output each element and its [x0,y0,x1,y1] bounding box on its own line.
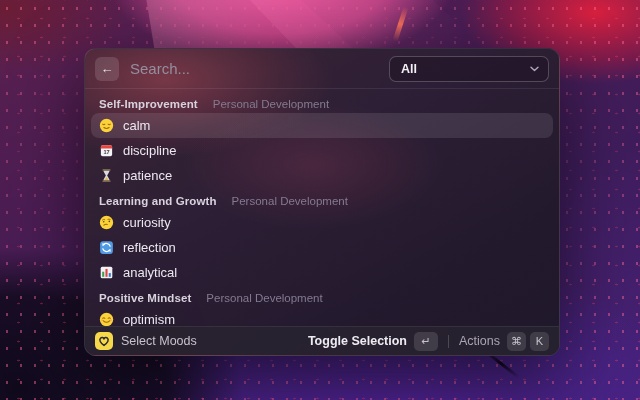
section-title: Learning and Growth [99,195,217,207]
key-k: K [530,332,549,351]
list-item-label: reflection [123,240,176,255]
list-item-optimism[interactable]: optimism [91,307,553,326]
launcher-window: ← All Self-ImprovementPersonal Developme… [84,48,560,356]
return-key-icon: ↵ [414,332,438,351]
command-key-icon: ⌘ [507,332,526,351]
section-title: Self-Improvement [99,98,198,110]
section-subtitle: Personal Development [213,98,329,110]
section-header: Learning and GrowthPersonal Development [91,188,553,210]
section-header: Self-ImprovementPersonal Development [91,91,553,113]
list-item-label: curiosity [123,215,171,230]
chevron-down-icon [530,66,539,72]
list-item-label: calm [123,118,150,133]
actions-label: Actions [459,334,500,348]
actions-button[interactable]: Actions ⌘K [459,332,549,351]
list-item-analytical[interactable]: analytical [91,260,553,285]
list-item-label: optimism [123,312,175,326]
relieved-face-emoji [99,118,114,133]
counterclockwise-arrows-emoji [99,240,114,255]
list-item-reflection[interactable]: reflection [91,235,553,260]
toggle-selection-button[interactable]: Toggle Selection ↵ [308,332,438,351]
list-item-calm[interactable]: calm [91,113,553,138]
hourglass-emoji [99,168,114,183]
section-subtitle: Personal Development [206,292,322,304]
section-title: Positive Mindset [99,292,191,304]
list-item-patience[interactable]: patience [91,163,553,188]
smiling-face-emoji [99,312,114,326]
footer: Select Moods Toggle Selection ↵ Actions … [85,326,559,355]
footer-actions: Toggle Selection ↵ Actions ⌘K [308,332,549,351]
list-item-label: analytical [123,265,177,280]
thinking-face-emoji [99,215,114,230]
search-bar: ← All [85,49,559,89]
svg-text:17: 17 [103,149,109,155]
section-subtitle: Personal Development [232,195,348,207]
results-list: Self-ImprovementPersonal Developmentcalm… [85,89,559,326]
bar-chart-emoji [99,265,114,280]
list-item-discipline[interactable]: 17discipline [91,138,553,163]
section-header: Positive MindsetPersonal Development [91,285,553,307]
footer-app-chip: Select Moods [95,332,197,350]
heart-app-icon [95,332,113,350]
list-item-label: patience [123,168,172,183]
footer-app-name: Select Moods [121,334,197,348]
list-item-curiosity[interactable]: curiosity [91,210,553,235]
toggle-selection-label: Toggle Selection [308,334,407,348]
search-input[interactable] [130,60,379,77]
filter-dropdown[interactable]: All [389,56,549,82]
calendar-emoji: 17 [99,143,114,158]
back-button[interactable]: ← [95,57,119,81]
filter-dropdown-value: All [401,62,417,76]
footer-divider [448,335,449,348]
arrow-left-icon: ← [101,61,114,76]
list-item-label: discipline [123,143,176,158]
